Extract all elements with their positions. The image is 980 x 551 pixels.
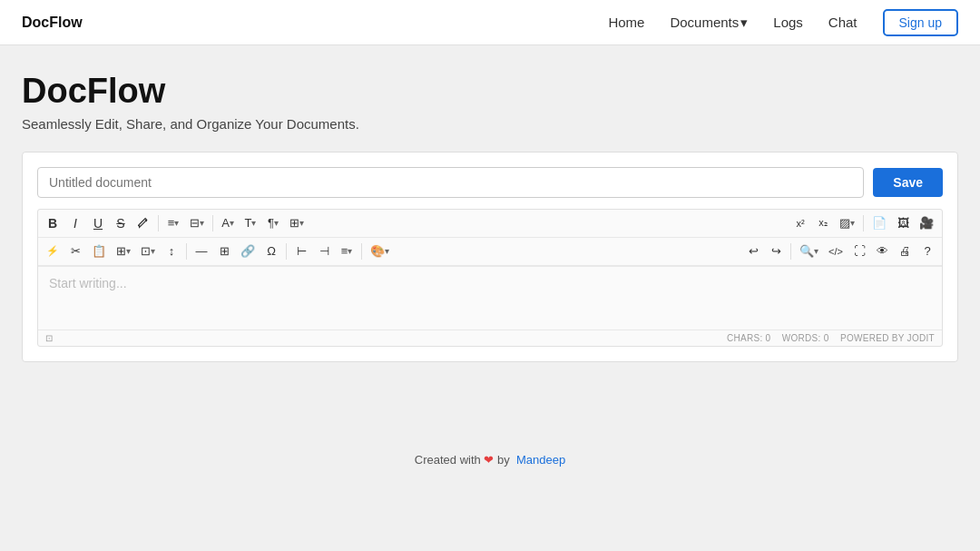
powered-by: POWERED BY JODIT	[840, 333, 935, 343]
strikethrough-btn[interactable]: S	[110, 212, 132, 234]
footer-text-after: by	[497, 453, 510, 467]
footer: Created with ❤ by Mandeep	[0, 453, 980, 485]
video-btn[interactable]: 🎥	[915, 212, 938, 234]
underline-btn[interactable]: U	[87, 212, 109, 234]
writing-area[interactable]: Start writing...	[38, 266, 942, 330]
nav-chat-link[interactable]: Chat	[828, 15, 858, 30]
heart-icon: ❤	[484, 453, 494, 467]
words-count: WORDS: 0	[782, 333, 829, 343]
table-insert-btn[interactable]: ⊞	[213, 241, 235, 262]
editor-top-row: Save	[37, 167, 943, 198]
sep3	[863, 215, 864, 231]
hr-btn[interactable]: —	[191, 241, 212, 262]
align-options-btn[interactable]: ≡▾	[336, 241, 358, 262]
nav-documents-link[interactable]: Documents ▾	[670, 15, 748, 31]
list-ul-btn[interactable]: ≡▾	[162, 212, 184, 234]
nav-logs-link[interactable]: Logs	[773, 15, 803, 30]
preview-btn[interactable]: 👁	[871, 241, 893, 262]
toolbar-row-2: ⚡ ✂ 📋 ⊞▾ ⊡▾ ↕ — ⊞ 🔗 Ω ⊢ ⊣ ≡▾ 🎨▾ ↩ ↪	[38, 238, 942, 266]
bold-btn[interactable]: B	[42, 212, 64, 234]
align-right-btn[interactable]: ⊣	[313, 241, 335, 262]
search-btn[interactable]: 🔍▾	[795, 241, 823, 262]
copy-btn[interactable]: 📋	[87, 241, 111, 262]
nav-links: Home Documents ▾ Logs Chat Sign up	[608, 9, 958, 36]
toolbar-row-1: B I U S ≡▾ ⊟▾ A▾ T▾ ¶▾ ⊞▾ x² x₂ ▨▾	[38, 210, 942, 238]
chevron-down-icon: ▾	[740, 15, 748, 31]
paragraph-btn[interactable]: ¶▾	[262, 212, 284, 234]
indent-btn[interactable]: ↕	[161, 241, 182, 262]
document-title-input[interactable]	[37, 167, 864, 198]
redo-btn[interactable]: ↪	[765, 241, 787, 262]
format-clear-btn[interactable]: ⊡▾	[136, 241, 160, 262]
print-btn[interactable]: 🖨	[894, 241, 916, 262]
italic-btn[interactable]: I	[64, 212, 86, 234]
new-doc-btn[interactable]: 📄	[867, 212, 891, 234]
source-btn[interactable]: ⚡	[42, 241, 64, 262]
sep7	[790, 243, 791, 260]
sep1	[158, 215, 159, 231]
save-button[interactable]: Save	[873, 168, 943, 197]
author-link[interactable]: Mandeep	[516, 453, 565, 467]
nav-logo: DocFlow	[22, 15, 83, 31]
font-color-btn[interactable]: A▾	[217, 212, 239, 234]
sep2	[212, 215, 213, 231]
main-content: DocFlow Seamlessly Edit, Share, and Orga…	[0, 45, 980, 380]
image-btn[interactable]: 🖼	[892, 212, 914, 234]
status-info: CHARS: 0 WORDS: 0 POWERED BY JODIT	[727, 333, 935, 343]
eraser-btn[interactable]	[132, 212, 154, 234]
navbar: DocFlow Home Documents ▾ Logs Chat Sign …	[0, 0, 980, 45]
help-btn[interactable]: ?	[916, 241, 938, 262]
list-ol-btn[interactable]: ⊟▾	[185, 212, 209, 234]
editor-card: Save B I U S ≡▾ ⊟▾ A▾ T▾ ¶▾ ⊞▾	[22, 152, 958, 362]
fullscreen-btn[interactable]: ⛶	[848, 241, 870, 262]
toolbar: B I U S ≡▾ ⊟▾ A▾ T▾ ¶▾ ⊞▾ x² x₂ ▨▾	[37, 209, 943, 347]
align-left-btn[interactable]: ⊢	[290, 241, 312, 262]
sep5	[286, 243, 287, 260]
writing-placeholder: Start writing...	[49, 276, 127, 290]
sep4	[186, 243, 187, 260]
paste-btn[interactable]: ⊞▾	[112, 241, 135, 262]
link-btn[interactable]: 🔗	[236, 241, 260, 262]
nav-home-link[interactable]: Home	[608, 15, 644, 30]
symbol-btn[interactable]: Ω	[260, 241, 282, 262]
subscript-btn[interactable]: x₂	[812, 212, 834, 234]
superscript-btn[interactable]: x²	[789, 212, 811, 234]
resize-handle: ⊡	[45, 333, 53, 343]
bg-color-btn[interactable]: ▨▾	[835, 212, 859, 234]
font-size-btn[interactable]: T▾	[240, 212, 261, 234]
page-subtitle: Seamlessly Edit, Share, and Organize You…	[22, 116, 958, 132]
undo-btn[interactable]: ↩	[742, 241, 764, 262]
paint-btn[interactable]: 🎨▾	[366, 241, 394, 262]
code-view-btn[interactable]: </>	[824, 241, 848, 262]
signup-button[interactable]: Sign up	[883, 9, 958, 36]
cut-btn[interactable]: ✂	[64, 241, 86, 262]
status-bar: ⊡ CHARS: 0 WORDS: 0 POWERED BY JODIT	[38, 330, 942, 346]
footer-text-before: Created with	[415, 453, 481, 467]
table-layout-btn[interactable]: ⊞▾	[285, 212, 309, 234]
sep6	[361, 243, 362, 260]
page-title: DocFlow	[22, 73, 958, 111]
chars-count: CHARS: 0	[727, 333, 771, 343]
